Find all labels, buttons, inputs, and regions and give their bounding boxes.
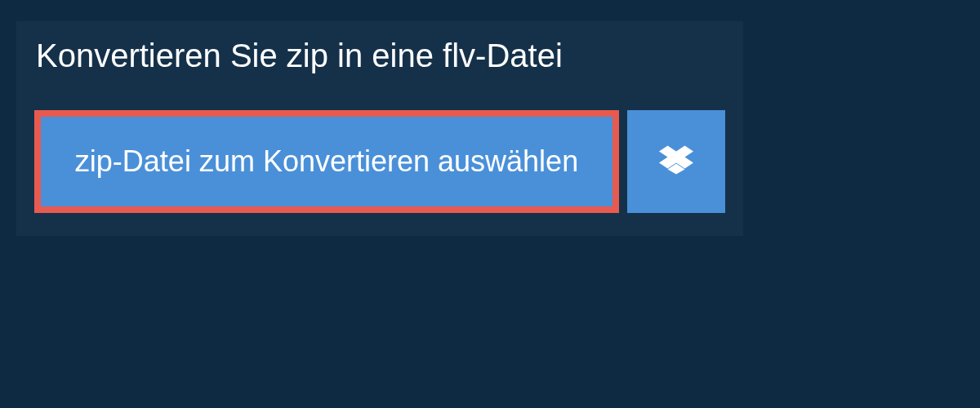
converter-panel: Konvertieren Sie zip in eine flv-Datei z… — [16, 21, 743, 236]
dropbox-icon — [659, 143, 693, 180]
page-title: Konvertieren Sie zip in eine flv-Datei — [16, 21, 586, 92]
select-file-label: zip-Datei zum Konvertieren auswählen — [75, 144, 578, 179]
select-file-button[interactable]: zip-Datei zum Konvertieren auswählen — [34, 110, 619, 213]
dropbox-button[interactable] — [627, 110, 725, 213]
button-row: zip-Datei zum Konvertieren auswählen — [16, 92, 743, 236]
